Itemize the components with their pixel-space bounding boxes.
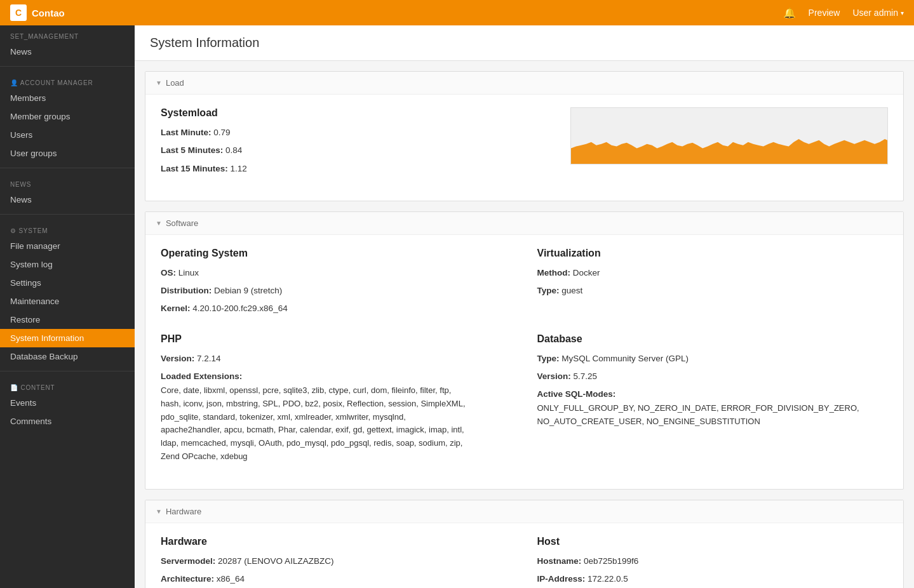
php-extensions-label: Loaded Extensions: xyxy=(161,371,242,381)
sidebar-item-events[interactable]: Events xyxy=(0,394,135,412)
architecture-row: Architecture: x86_64 xyxy=(161,573,512,585)
settings-label: Settings xyxy=(10,278,41,288)
type-label: Type: xyxy=(537,286,560,295)
sidebar: SET_MANAGEMENT News 👤 ACCOUNT MANAGER Me… xyxy=(0,25,135,588)
systemload-title: Systemload xyxy=(161,107,517,119)
news-label: News xyxy=(10,195,32,204)
preview-link[interactable]: Preview xyxy=(809,8,840,18)
database-backup-label: Database Backup xyxy=(10,352,78,361)
hardware-section-header[interactable]: ▼ Hardware xyxy=(145,500,903,523)
users-label: Users xyxy=(10,130,32,140)
system-icon: ⚙ xyxy=(10,227,18,234)
os-group: Operating System OS: Linux Distribution:… xyxy=(161,248,512,316)
hardware-title: Hardware xyxy=(161,536,512,547)
database-col: Database Type: MySQL Community Server (G… xyxy=(537,333,889,476)
sidebar-item-file-manager[interactable]: File manager xyxy=(0,237,135,255)
sidebar-item-maintenance[interactable]: Maintenance xyxy=(0,292,135,311)
load-chart-area xyxy=(532,107,889,164)
divider-4 xyxy=(0,371,135,371)
sidebar-item-system-information[interactable]: System Information xyxy=(0,329,135,347)
software-section-header[interactable]: ▼ Software xyxy=(145,212,903,235)
app-logo: C xyxy=(10,4,27,21)
sidebar-item-comments[interactable]: Comments xyxy=(0,412,135,431)
last-minute-val: 0.79 xyxy=(213,128,230,137)
sidebar-item-system-log[interactable]: System log xyxy=(0,255,135,274)
sidebar-item-members[interactable]: Members xyxy=(0,89,135,107)
db-version-label: Version: xyxy=(537,371,571,381)
restore-label: Restore xyxy=(10,315,40,324)
sidebar-item-users[interactable]: Users xyxy=(0,126,135,144)
system-information-label: System Information xyxy=(10,333,84,343)
load-left: Systemload Last Minute: 0.79 Last 5 Minu… xyxy=(161,107,517,188)
divider-2 xyxy=(0,168,135,168)
architecture-label: Architecture: xyxy=(161,574,214,584)
distribution-row: Distribution: Debian 9 (stretch) xyxy=(161,284,512,297)
content-icon: 📄 xyxy=(10,384,20,391)
hardware-col: Hardware Servermodel: 20287 (LENOVO AILZ… xyxy=(161,536,512,588)
bell-icon[interactable]: 🔔 xyxy=(783,7,796,19)
os-col: Operating System OS: Linux Distribution:… xyxy=(161,248,512,328)
main-content: System Information ▼ Load Systemload Las… xyxy=(135,25,914,588)
maintenance-label: Maintenance xyxy=(10,297,59,306)
php-version-row: Version: 7.2.14 xyxy=(161,352,512,365)
hardware-section-body: Hardware Servermodel: 20287 (LENOVO AILZ… xyxy=(145,523,903,588)
method-row: Method: Docker xyxy=(537,267,889,279)
sidebar-news-sm-label: News xyxy=(10,47,32,57)
events-label: Events xyxy=(10,398,36,408)
chevron-down-icon: ▾ xyxy=(901,10,904,17)
host-title: Host xyxy=(537,536,889,547)
user-admin-menu[interactable]: User admin ▾ xyxy=(852,8,904,18)
divider-3 xyxy=(0,214,135,215)
hostname-row: Hostname: 0eb725b199f6 xyxy=(537,555,889,568)
software-top-row: Operating System OS: Linux Distribution:… xyxy=(161,248,888,328)
account-manager-icon: 👤 xyxy=(10,79,20,86)
load-chart xyxy=(570,107,888,164)
os-title: Operating System xyxy=(161,248,512,259)
php-group: PHP Version: 7.2.14 Loaded Extensions: C… xyxy=(161,333,512,464)
page-title: System Information xyxy=(150,36,899,50)
last-15-val: 1.12 xyxy=(231,164,247,173)
hardware-row: Hardware Servermodel: 20287 (LENOVO AILZ… xyxy=(161,536,888,588)
hostname-label: Hostname: xyxy=(537,556,582,566)
host-col: Host Hostname: 0eb725b199f6 IP-Address: … xyxy=(537,536,889,588)
sidebar-item-user-groups[interactable]: User groups xyxy=(0,144,135,163)
last-5-val: 0.84 xyxy=(225,145,242,155)
topbar: C Contao 🔔 Preview User admin ▾ xyxy=(0,0,914,25)
kernel-label: Kernel: xyxy=(161,304,191,313)
ip-address-row: IP-Address: 172.22.0.5 xyxy=(537,573,889,585)
load-chevron-icon: ▼ xyxy=(156,79,162,86)
software-section-body: Operating System OS: Linux Distribution:… xyxy=(145,235,903,489)
kernel-row: Kernel: 4.20.10-200.fc29.x86_64 xyxy=(161,302,512,315)
sidebar-item-member-groups[interactable]: Member groups xyxy=(0,107,135,126)
account-manager-label: 👤 ACCOUNT MANAGER xyxy=(0,72,135,89)
servermodel-row: Servermodel: 20287 (LENOVO AILZAZBZC) xyxy=(161,555,512,568)
sidebar-item-news[interactable]: News xyxy=(0,190,135,209)
load-section-header[interactable]: ▼ Load xyxy=(145,72,903,95)
database-group: Database Type: MySQL Community Server (G… xyxy=(537,333,889,429)
page-header: System Information xyxy=(135,25,914,61)
topbar-left: C Contao xyxy=(10,4,65,21)
last-15-minutes-row: Last 15 Minutes: 1.12 xyxy=(161,163,517,175)
software-header-label: Software xyxy=(166,218,198,228)
load-section: ▼ Load Systemload Last Minute: 0.79 Last… xyxy=(145,71,904,201)
sidebar-item-settings[interactable]: Settings xyxy=(0,274,135,292)
sidebar-item-database-backup[interactable]: Database Backup xyxy=(0,347,135,366)
member-groups-label: Member groups xyxy=(10,112,71,121)
set-management-label: SET_MANAGEMENT xyxy=(0,25,135,43)
hardware-chevron-icon: ▼ xyxy=(156,508,162,515)
last-15-label: Last 15 Minutes: xyxy=(161,164,228,173)
last-minute-row: Last Minute: 0.79 xyxy=(161,126,517,139)
database-title: Database xyxy=(537,333,889,345)
comments-label: Comments xyxy=(10,417,51,426)
sidebar-item-news-sm[interactable]: News xyxy=(0,43,135,61)
sidebar-item-restore[interactable]: Restore xyxy=(0,311,135,329)
distribution-label: Distribution: xyxy=(161,286,212,295)
file-manager-label: File manager xyxy=(10,241,60,251)
content-section-label: 📄 CONTENT xyxy=(0,377,135,394)
app-name: Contao xyxy=(32,8,65,18)
servermodel-label: Servermodel: xyxy=(161,556,215,566)
virtualization-title: Virtualization xyxy=(537,248,889,259)
db-type-label: Type: xyxy=(537,354,560,363)
software-bottom-row: PHP Version: 7.2.14 Loaded Extensions: C… xyxy=(161,333,888,476)
os-row: OS: Linux xyxy=(161,267,512,279)
